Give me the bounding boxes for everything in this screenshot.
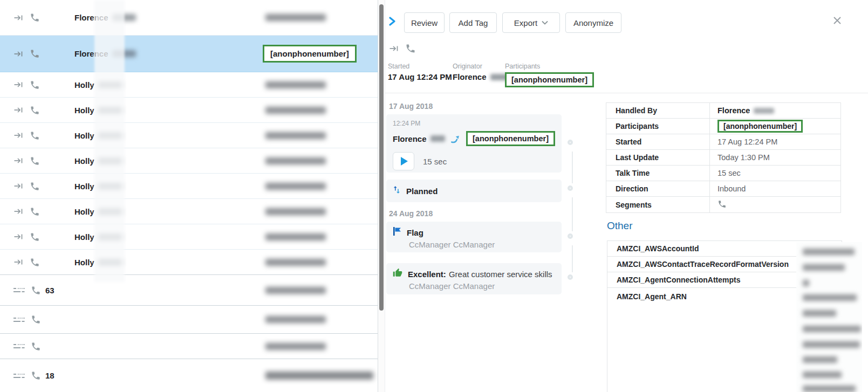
redacted-phone-number (265, 81, 326, 88)
list-item-call-selected[interactable]: Florence [anonphonenumber] (0, 36, 378, 72)
campaign-list-icon (13, 316, 25, 324)
list-item-call[interactable]: Holly (0, 123, 378, 148)
flag-author: CcManager CcManager (409, 240, 555, 249)
scrollbar-thumb[interactable] (379, 4, 384, 311)
anonymized-number-badge: [anonphonenumber] (466, 131, 555, 146)
redacted-value (803, 341, 860, 348)
redacted-phone-number (265, 208, 326, 215)
timeline-call-card[interactable]: 12:24 PM Florence [anonphonenumber] 15 s… (386, 114, 562, 173)
list-item-call[interactable]: Holly (0, 174, 378, 199)
call-time: 12:24 PM (393, 120, 555, 127)
redacted-surname (430, 135, 446, 142)
row-label: Last Update (606, 150, 710, 165)
redacted-value (803, 356, 837, 363)
contact-name: Holly (74, 232, 94, 242)
campaign-list-icon (13, 286, 25, 294)
list-item-campaign[interactable] (0, 334, 378, 359)
originator-value: Florence (453, 72, 487, 81)
phone-icon (30, 80, 40, 90)
phone-icon (405, 43, 416, 56)
phone-icon (30, 181, 40, 191)
redacted-phone-number (265, 259, 326, 266)
redacted-phone-number (265, 233, 326, 240)
phone-icon (30, 49, 40, 59)
list-item-campaign[interactable]: 18 (0, 359, 378, 392)
row-label: Direction (606, 181, 710, 196)
list-item-call[interactable]: Holly (0, 148, 378, 174)
started-label: Started (388, 63, 452, 70)
expand-panel-icon[interactable] (388, 17, 397, 28)
row-label: Started (606, 134, 710, 149)
export-button[interactable]: Export (502, 12, 560, 33)
timeline-node (568, 274, 573, 280)
redacted-surname (98, 81, 122, 88)
attribute-label: AMZCI_AWSAccountId (607, 244, 699, 253)
review-comment: Great customer service skills (449, 270, 552, 279)
timeline-flag-card[interactable]: Flag CcManager CcManager (386, 222, 562, 252)
list-item-call[interactable]: Holly (0, 199, 378, 224)
phone-icon (31, 341, 41, 352)
attribute-label: AMZCI_AgentConnectionAttempts (607, 276, 740, 284)
list-item-call[interactable]: Florence (0, 0, 378, 36)
redacted-surname (754, 108, 774, 114)
timeline-connector (572, 152, 573, 183)
redacted-phone-number (265, 107, 326, 114)
contact-name: Holly (74, 207, 94, 216)
started-value: 17 Aug 12:24 PM (388, 72, 452, 81)
contact-name: Holly (74, 106, 94, 115)
export-button-label: Export (514, 18, 537, 27)
inbound-arrow-icon (13, 49, 23, 59)
redacted-surname (98, 157, 122, 164)
row-label: Participants (606, 119, 710, 134)
interaction-viewer: Florence Florence [anonphonenumber] Holl… (0, 0, 868, 392)
add-tag-button-label: Add Tag (459, 18, 488, 27)
phone-icon (31, 285, 41, 295)
redacted-value (803, 280, 809, 286)
row-value: 17 Aug 12:24 PM (710, 134, 840, 149)
phone-icon (31, 314, 41, 325)
attribute-label: AMZCI_Agent_ARN (607, 288, 687, 301)
redacted-phone-number (265, 343, 326, 350)
redacted-phone-number (265, 14, 326, 21)
redacted-surname (98, 259, 122, 266)
list-item-call[interactable]: Holly (0, 98, 378, 123)
contact-name: Florence (74, 13, 108, 22)
timeline-planned-card[interactable]: Planned (386, 180, 562, 202)
redacted-value (803, 310, 836, 317)
timeline-review-card[interactable]: Excellent: Great customer service skills… (386, 263, 562, 294)
redacted-value (803, 386, 856, 392)
redacted-surname (112, 14, 136, 21)
close-icon[interactable] (833, 16, 842, 27)
phone-icon (30, 156, 40, 166)
flag-icon (393, 226, 401, 238)
redacted-surname (98, 208, 122, 215)
inbound-arrow-icon (13, 257, 23, 267)
contact-name: Florence (74, 49, 108, 58)
originator-label: Originator (453, 63, 511, 70)
anonymized-number-badge: [anonphonenumber] (717, 120, 803, 133)
list-item-call[interactable]: Holly (0, 224, 378, 250)
list-item-campaign[interactable] (0, 306, 378, 334)
redacted-value (803, 264, 845, 271)
list-item-call[interactable]: Holly (0, 250, 378, 275)
add-tag-button[interactable]: Add Tag (449, 12, 497, 33)
redacted-surname (98, 132, 122, 139)
campaign-list-icon (13, 372, 25, 380)
review-button[interactable]: Review (404, 12, 445, 33)
anonymize-button[interactable]: Anonymize (565, 12, 621, 33)
redacted-value (803, 326, 861, 332)
play-recording-button[interactable] (393, 152, 414, 170)
redacted-surname (112, 50, 136, 57)
row-value: 15 sec (710, 166, 840, 181)
phone-icon (30, 232, 40, 242)
list-item-call[interactable]: Holly (0, 72, 378, 98)
participants-label: Participants (505, 63, 594, 70)
review-author: CcManager CcManager (409, 281, 555, 291)
redacted-surname (98, 107, 122, 114)
list-item-campaign[interactable]: 63 (0, 275, 378, 306)
contact-name: Holly (74, 182, 94, 191)
timeline-date: 24 Aug 2018 (389, 209, 433, 218)
table-row: Started 17 Aug 12:24 PM (606, 134, 840, 150)
contact-name: Holly (74, 131, 94, 140)
inbound-arrow-icon (389, 44, 398, 56)
